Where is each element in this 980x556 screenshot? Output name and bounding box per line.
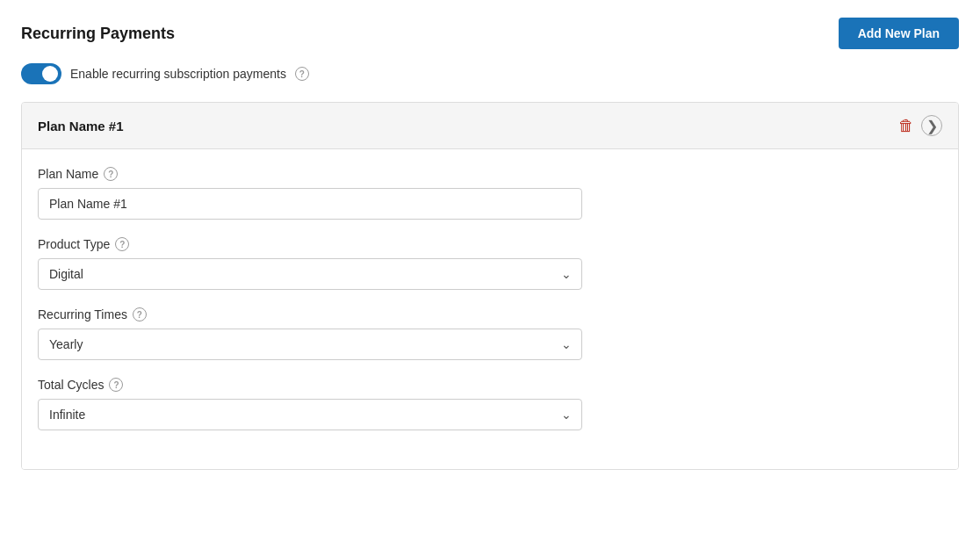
recurring-times-label: Recurring Times ? <box>38 307 942 321</box>
plan-card-title: Plan Name #1 <box>38 119 124 134</box>
total-cycles-field-group: Total Cycles ? Infinite 1 2 3 6 12 ⌄ <box>38 378 942 430</box>
total-cycles-select-wrapper: Infinite 1 2 3 6 12 ⌄ <box>38 399 582 430</box>
plan-card: Plan Name #1 🗑 ❯ Plan Name ? Product Typ… <box>21 102 959 470</box>
collapse-plan-icon[interactable]: ❯ <box>921 115 942 136</box>
product-type-field-group: Product Type ? Digital Physical Service … <box>38 237 942 290</box>
plan-name-label: Plan Name ? <box>38 167 942 181</box>
product-type-label: Product Type ? <box>38 237 942 251</box>
plan-name-input[interactable] <box>38 188 582 220</box>
enable-help-icon: ? <box>295 67 309 81</box>
enable-toggle[interactable] <box>21 63 61 84</box>
product-type-help-icon: ? <box>115 237 129 251</box>
recurring-times-field-group: Recurring Times ? Daily Weekly Monthly Y… <box>38 307 942 360</box>
page-header: Recurring Payments Add New Plan <box>21 18 959 49</box>
recurring-times-select[interactable]: Daily Weekly Monthly Yearly <box>38 329 582 360</box>
plan-card-header: Plan Name #1 🗑 ❯ <box>22 103 958 149</box>
total-cycles-label: Total Cycles ? <box>38 378 942 392</box>
enable-toggle-row: Enable recurring subscription payments ? <box>21 63 959 84</box>
product-type-select-wrapper: Digital Physical Service ⌄ <box>38 258 582 290</box>
product-type-label-text: Product Type <box>38 237 110 251</box>
toggle-slider <box>21 63 61 84</box>
delete-plan-icon[interactable]: 🗑 <box>898 118 914 134</box>
plan-name-label-text: Plan Name <box>38 167 98 181</box>
total-cycles-select[interactable]: Infinite 1 2 3 6 12 <box>38 399 582 430</box>
enable-label: Enable recurring subscription payments <box>70 67 286 81</box>
plan-card-actions: 🗑 ❯ <box>898 115 942 136</box>
recurring-times-help-icon: ? <box>133 307 147 321</box>
plan-name-help-icon: ? <box>104 167 118 181</box>
total-cycles-label-text: Total Cycles <box>38 378 104 392</box>
add-new-plan-button[interactable]: Add New Plan <box>839 18 959 49</box>
plan-name-field-group: Plan Name ? <box>38 167 942 220</box>
total-cycles-help-icon: ? <box>109 378 123 392</box>
plan-card-body: Plan Name ? Product Type ? Digital Physi… <box>22 149 958 469</box>
recurring-times-label-text: Recurring Times <box>38 307 127 321</box>
product-type-select[interactable]: Digital Physical Service <box>38 258 582 290</box>
recurring-times-select-wrapper: Daily Weekly Monthly Yearly ⌄ <box>38 329 582 360</box>
page-title: Recurring Payments <box>21 25 175 43</box>
